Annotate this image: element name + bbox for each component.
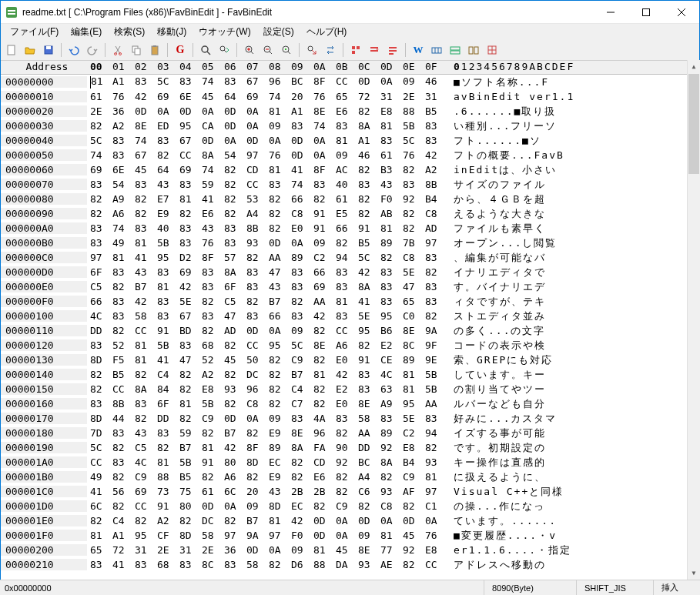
hex-cell[interactable]: 81 [377,530,400,541]
hex-row[interactable]: 000001F081A195CF8D58979A97F00D0A09814576… [1,528,699,543]
hex-cell[interactable]: CA [199,120,221,132]
ascii-cell[interactable]: に扱えるように、 [444,470,546,484]
hex-cell[interactable]: A1 [288,105,310,117]
hex-cell[interactable]: 0D [243,325,266,336]
hex-cell[interactable]: DC [199,515,221,526]
vertical-scrollbar[interactable]: ▲ ▼ [687,60,700,580]
hex-cell[interactable]: 36 [221,544,243,556]
hex-cell[interactable]: 09 [400,75,422,89]
hex-cell[interactable]: 82 [243,252,266,263]
hex-cell[interactable]: 0D [243,135,266,146]
hex-cell[interactable]: D2 [176,252,199,263]
hex-cell[interactable]: 82 [176,383,199,395]
hex-row[interactable]: 0000007083548343835982CC837483408343838B… [1,177,699,192]
hex-cell[interactable]: 0D [266,237,288,249]
hex-cell[interactable]: 0A [154,105,176,117]
hex-cell[interactable]: 89 [266,442,288,453]
hex-cell[interactable]: 97 [266,530,288,541]
hex-cell[interactable]: A6 [221,471,243,483]
hex-cell[interactable]: 43 [132,427,154,439]
hex-cell[interactable]: 0D [288,149,310,161]
hex-cell[interactable]: E0 [333,354,355,366]
hex-cell[interactable]: 76 [310,91,333,102]
zoom-reset-icon[interactable] [279,42,294,58]
hex-cell[interactable]: 82 [154,149,176,161]
hex-cell[interactable]: 81 [132,339,154,351]
hex-cell[interactable]: A6 [109,208,132,219]
hex-cell[interactable]: B4 [400,456,422,468]
hex-cell[interactable]: F0 [377,193,400,205]
hex-cell[interactable]: 91 [355,222,377,234]
hex-cell[interactable]: 42 [176,281,199,292]
hex-cell[interactable]: 90 [333,442,355,453]
hex-cell[interactable]: 4C [377,369,400,380]
hex-cell[interactable]: 8F [310,75,333,89]
hex-cell[interactable]: A2 [199,369,221,380]
hex-cell[interactable]: 81 [266,105,288,117]
hex-cell[interactable]: C6 [355,486,377,497]
hex-cell[interactable]: 42 [355,266,377,278]
hex-cell[interactable]: 83 [176,339,199,351]
hex-cell[interactable]: 8C [400,339,422,351]
hex-cell[interactable]: 41 [199,193,221,205]
hex-cell[interactable]: 74 [109,222,132,234]
hex-row[interactable]: 0000008082A982E7814182538266826182F092B4… [1,192,699,206]
hex-cell[interactable]: 2B [310,486,333,497]
hex-cell[interactable]: B7 [176,442,199,453]
hex-cell[interactable]: 83 [288,281,310,292]
hex-cell[interactable]: 45 [132,164,154,175]
hex-cell[interactable]: 83 [109,456,132,468]
hex-cell[interactable]: 82 [199,296,221,307]
hex-cell[interactable]: 81 [422,471,444,483]
hex-cell[interactable]: 46 [355,149,377,161]
hex-cell[interactable]: 81 [132,237,154,249]
menu-move[interactable]: 移動(J) [151,24,193,40]
hex-cell[interactable]: 2E [400,91,422,102]
hex-cell[interactable]: 8E [355,544,377,556]
hex-cell[interactable]: 45 [333,544,355,556]
hex-cell[interactable]: 83 [221,559,243,570]
hex-cell[interactable]: 83 [154,135,176,146]
hex-cell[interactable]: 82 [333,237,355,249]
hex-cell[interactable]: 82 [355,164,377,175]
hex-cell[interactable]: 82 [266,222,288,234]
hex-cell[interactable]: 09 [288,325,310,336]
hex-cell[interactable]: 8A [355,120,377,132]
hex-cell[interactable]: E2 [333,383,355,395]
hex-row[interactable]: 000001C04156697375616C20432B2B82C693AF97… [1,484,699,499]
ascii-cell[interactable]: イナリエディタで [444,266,546,279]
zoom-out-icon[interactable] [260,42,276,58]
hex-cell[interactable]: 82 [310,398,333,409]
hex-cell[interactable]: 97 [422,237,444,249]
hex-cell[interactable]: 5E [355,310,377,322]
hex-cell[interactable]: 8D [266,500,288,512]
hex-cell[interactable]: 94 [422,427,444,439]
hex-cell[interactable]: 82 [266,193,288,205]
hex-cell[interactable]: C1 [422,500,444,512]
hex-cell[interactable]: 83 [87,237,109,249]
hex-cell[interactable]: 44 [109,413,132,424]
hex-cell[interactable]: 89 [288,252,310,263]
hex-cell[interactable]: 89 [400,354,422,366]
hex-cell[interactable]: 73 [154,486,176,497]
hex-row[interactable]: 000000C097814195D28F5782AA89C2945C82C883… [1,250,699,265]
hex-cell[interactable]: B7 [288,369,310,380]
hex-cell[interactable]: C8 [422,208,444,219]
hex-cell[interactable]: 74 [266,91,288,102]
ascii-cell[interactable]: す。バイナリエデ [444,280,546,294]
paste-icon[interactable] [147,42,162,58]
hex-cell[interactable]: 83 [132,559,154,570]
hex-cell[interactable]: 66 [87,296,109,307]
hex-cell[interactable]: E9 [266,427,288,439]
ascii-cell[interactable]: えるような大きな [444,207,546,221]
hex-cell[interactable]: E0 [333,398,355,409]
menu-file[interactable]: ファイル(F) [4,24,65,40]
hex-cell[interactable]: DD [355,442,377,453]
hex-row[interactable]: 000000B08349815B837683930D0A0982B5897B97… [1,236,699,250]
hex-cell[interactable]: 83 [243,281,266,292]
hex-cell[interactable]: 83 [176,75,199,89]
hex-cell[interactable]: 74 [288,179,310,190]
hex-cell[interactable]: 0A [221,500,243,512]
hex-cell[interactable]: 43 [199,222,221,234]
hex-cell[interactable]: 67 [132,149,154,161]
